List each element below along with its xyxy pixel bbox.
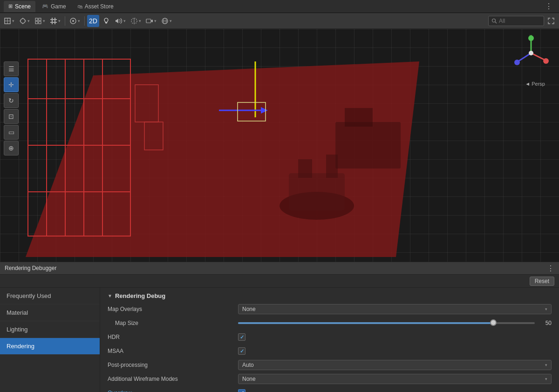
svg-rect-11 — [55, 18, 55, 24]
toolbar-camera-btn[interactable]: ▾ — [144, 15, 158, 27]
svg-line-23 — [495, 22, 497, 23]
toolbar-expand-btn[interactable] — [545, 15, 557, 27]
overdraw-checkbox[interactable] — [238, 389, 245, 392]
rect-tool-btn[interactable]: ▭ — [4, 125, 19, 140]
chevron-down-icon: ▾ — [545, 363, 547, 367]
map-overlays-label: Map Overlays — [108, 306, 238, 312]
chevron-down-icon: ▾ — [545, 377, 547, 381]
x-axis-label: x — [545, 59, 547, 64]
msaa-label: MSAA — [108, 348, 238, 354]
game-icon: 🎮 — [42, 3, 48, 9]
svg-rect-15 — [106, 23, 107, 23]
msaa-row: MSAA — [108, 346, 552, 356]
map-size-slider-container: 50 — [238, 320, 552, 326]
y-axis-label: y — [530, 34, 532, 38]
title-menu-icon[interactable]: ⋮ — [542, 2, 555, 11]
svg-rect-14 — [105, 22, 107, 23]
svg-rect-44 — [345, 108, 373, 127]
tab-game[interactable]: 🎮 Game — [37, 1, 71, 12]
svg-rect-40 — [289, 173, 345, 210]
reset-button[interactable]: Reset — [530, 277, 554, 286]
post-processing-row: Post-processing Auto ▾ — [108, 360, 552, 370]
svg-rect-6 — [35, 21, 38, 24]
slider-thumb[interactable] — [490, 319, 497, 326]
map-overlays-selected: None — [242, 306, 256, 312]
section-title: Rendering Debug — [115, 292, 165, 299]
hdr-checkbox[interactable] — [238, 333, 245, 341]
toolbar-fx-btn[interactable]: ▾ — [129, 15, 143, 27]
sidebar-item-frequently-used[interactable]: Frequently Used — [0, 288, 100, 304]
panel-header: Rendering Debugger ⋮ — [0, 262, 559, 275]
toolbar: ▾ ▾ ▾ ▾ ▾ 2D ▾ ▾ ▾ ▾ — [0, 13, 559, 29]
z-axis-label: z — [515, 61, 517, 65]
svg-rect-10 — [52, 18, 53, 24]
section-triangle: ▼ — [108, 293, 112, 298]
tab-scene[interactable]: ⊞ Scene — [4, 1, 35, 12]
map-size-slider-track[interactable] — [238, 322, 535, 324]
sidebar-item-material[interactable]: Material — [0, 304, 100, 321]
move-tool-btn[interactable]: ✛ — [4, 77, 19, 92]
tab-game-label: Game — [51, 3, 66, 10]
tab-scene-label: Scene — [15, 3, 31, 10]
toolbar-2d-btn[interactable]: 2D — [87, 15, 99, 27]
msaa-value — [238, 347, 552, 355]
svg-point-13 — [72, 20, 74, 22]
gizmo-svg: y x z — [512, 34, 550, 72]
hand-tool-btn[interactable]: ☰ — [4, 61, 19, 76]
svg-rect-18 — [146, 19, 151, 23]
wireframe-label: Additional Wireframe Modes — [108, 376, 238, 382]
post-processing-value: Auto ▾ — [238, 360, 552, 370]
map-size-value: 50 — [238, 320, 552, 326]
toolbar-audio-btn[interactable]: ▾ — [113, 15, 128, 27]
title-bar: ⊞ Scene 🎮 Game 🛍 Asset Store ⋮ — [0, 0, 559, 13]
overdraw-label[interactable]: Overdraw — [108, 390, 238, 392]
wireframe-dropdown[interactable]: None ▾ — [238, 374, 552, 384]
toolbar-globe-btn[interactable]: ▾ — [159, 15, 174, 27]
overdraw-checkbox-container — [238, 389, 245, 392]
slider-fill — [238, 322, 493, 324]
toolbar-grid-btn[interactable]: ▾ — [48, 15, 62, 27]
svg-point-51 — [529, 51, 533, 55]
map-size-value-label: 50 — [539, 320, 552, 326]
hdr-row: HDR — [108, 332, 552, 342]
rotate-tool-btn[interactable]: ↻ — [4, 93, 19, 108]
panel-menu-btn[interactable]: ⋮ — [547, 264, 554, 273]
svg-rect-4 — [35, 18, 38, 20]
scale-tool-btn[interactable]: ⊡ — [4, 109, 19, 124]
map-overlays-dropdown[interactable]: None ▾ — [238, 304, 552, 314]
tab-store-label: Asset Store — [85, 3, 114, 10]
scene-gizmo: y x z ◄ Persp — [512, 34, 550, 72]
tab-asset-store[interactable]: 🛍 Asset Store — [73, 1, 118, 12]
svg-rect-43 — [335, 122, 401, 169]
overdraw-value — [238, 389, 552, 392]
2d-label: 2D — [89, 17, 97, 25]
toolbar-transform-btn[interactable]: ▾ — [17, 15, 32, 27]
toolbar-rect-btn[interactable]: ▾ — [2, 15, 16, 27]
toolbar-snap-btn[interactable]: ▾ — [33, 15, 47, 27]
svg-line-47 — [531, 53, 545, 60]
map-size-label: Map Size — [108, 320, 238, 326]
transform-tool-btn[interactable]: ⊕ — [4, 141, 19, 155]
store-icon: 🛍 — [77, 4, 82, 9]
overdraw-row: Overdraw — [108, 388, 552, 392]
msaa-checkbox[interactable] — [238, 347, 245, 355]
wireframe-selected: None — [242, 376, 256, 382]
search-input[interactable] — [499, 18, 536, 24]
sidebar-item-lighting[interactable]: Lighting — [0, 321, 100, 338]
msaa-checkbox-container — [238, 347, 245, 355]
toolbar-light-btn[interactable] — [100, 15, 112, 27]
reset-bar: Reset — [0, 275, 559, 288]
persp-label[interactable]: ◄ Persp — [525, 81, 545, 87]
map-size-row: Map Size 50 — [108, 318, 552, 328]
svg-point-22 — [492, 19, 496, 22]
map-overlays-row: Map Overlays None ▾ — [108, 304, 552, 314]
post-processing-dropdown[interactable]: Auto ▾ — [238, 360, 552, 370]
sidebar-item-rendering[interactable]: Rendering — [0, 338, 100, 355]
scene-svg — [0, 29, 559, 262]
hdr-label: HDR — [108, 334, 238, 340]
toolbar-pivot-btn[interactable]: ▾ — [68, 15, 82, 27]
search-box[interactable] — [488, 16, 544, 26]
svg-rect-7 — [39, 21, 41, 24]
svg-rect-8 — [50, 19, 57, 20]
panel-content: Frequently Used Material Lighting Render… — [0, 288, 559, 392]
